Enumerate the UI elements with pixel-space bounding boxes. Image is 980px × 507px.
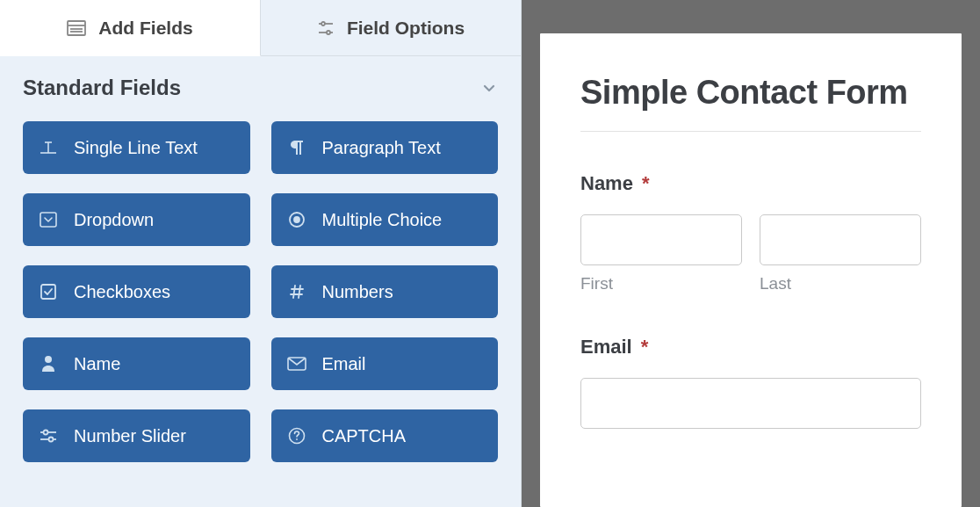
tab-add-fields[interactable]: Add Fields [0,0,261,56]
field-label: Number Slider [74,426,186,446]
svg-rect-14 [41,285,55,299]
first-name-input[interactable] [580,214,742,265]
svg-rect-11 [40,213,56,227]
svg-point-26 [296,438,298,440]
sidebar-tabs: Add Fields Field Options [0,0,521,56]
tab-field-options[interactable]: Field Options [261,0,521,56]
svg-point-5 [321,22,325,25]
svg-point-7 [327,31,330,34]
builder-sidebar: Add Fields Field Options Standard Fields [0,0,522,507]
question-circle-icon [287,427,306,445]
fields-grid: Single Line Text Paragraph Text [23,121,498,462]
divider [580,131,921,132]
field-label: Email [322,354,366,374]
email-field-group[interactable]: Email * [580,336,921,429]
tab-field-options-label: Field Options [347,18,465,39]
name-label: Name * [580,172,921,195]
last-name-input[interactable] [760,214,921,265]
email-input[interactable] [580,378,921,429]
preview-area: Simple Contact Form Name * First Last [522,0,980,507]
svg-point-24 [49,438,54,442]
svg-point-19 [45,356,52,363]
form-icon [67,20,86,36]
field-single-line-text[interactable]: Single Line Text [23,121,250,174]
first-name-sublabel: First [580,274,742,293]
slider-icon [39,428,58,444]
section-title: Standard Fields [23,76,181,100]
field-label: Numbers [322,282,393,302]
dropdown-icon [39,212,58,228]
field-numbers[interactable]: Numbers [271,265,499,318]
field-dropdown[interactable]: Dropdown [23,193,250,246]
field-email[interactable]: Email [271,337,499,390]
svg-line-18 [299,286,300,298]
section-header-standard-fields[interactable]: Standard Fields [23,76,498,100]
field-number-slider[interactable]: Number Slider [23,409,250,462]
envelope-icon [287,357,306,371]
field-label: Multiple Choice [322,210,443,230]
field-captcha[interactable]: CAPTCHA [271,409,499,462]
tab-add-fields-label: Add Fields [98,18,192,39]
hash-icon [287,283,306,301]
sliders-icon [317,20,335,36]
paragraph-icon [287,140,306,156]
chevron-down-icon [480,79,498,97]
field-label: Paragraph Text [322,138,441,158]
svg-line-17 [293,286,295,298]
required-asterisk: * [641,336,649,359]
form-title: Simple Contact Form [580,74,921,112]
checkbox-icon [39,283,58,301]
svg-point-22 [44,431,48,435]
svg-point-13 [294,217,299,222]
svg-rect-0 [68,21,85,35]
field-multiple-choice[interactable]: Multiple Choice [271,193,499,246]
radio-icon [287,211,306,228]
field-label: Single Line Text [74,138,198,158]
field-label: Name [74,354,120,374]
field-label: Dropdown [74,210,154,230]
required-asterisk: * [642,172,650,195]
name-field-group[interactable]: Name * First Last [580,172,921,293]
field-label: Checkboxes [74,282,170,302]
person-icon [39,355,58,373]
form-preview-panel[interactable]: Simple Contact Form Name * First Last [540,33,962,507]
field-name[interactable]: Name [23,337,250,390]
last-name-sublabel: Last [760,274,921,293]
field-checkboxes[interactable]: Checkboxes [23,265,250,318]
text-input-icon [39,141,58,155]
field-label: CAPTCHA [322,426,407,446]
email-label: Email * [580,336,921,359]
field-paragraph-text[interactable]: Paragraph Text [271,121,499,174]
